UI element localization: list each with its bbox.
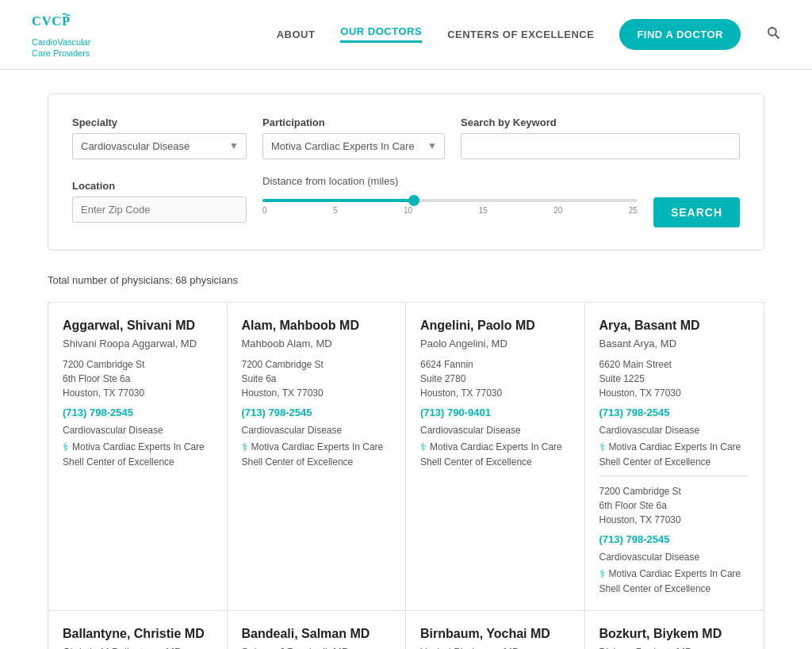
doctor-full-name: Christie M Ballantyne, MD xyxy=(63,646,213,649)
doctor-address: 7200 Cambridge StSuite 6aHouston, TX 770… xyxy=(242,357,392,400)
doctor-address: 6624 FanninSuite 2780Houston, TX 77030 xyxy=(420,357,570,400)
doctor-address: 7200 Cambridge St6th Floor Ste 6aHouston… xyxy=(63,357,213,400)
distance-field: Distance from location (miles) 0 5 10 15… xyxy=(262,175,638,227)
keyword-label: Search by Keyword xyxy=(461,116,740,128)
doctor-phone[interactable]: (713) 798-2545 xyxy=(599,407,750,418)
doctor-second-address: 7200 Cambridge St6th Floor Ste 6aHouston… xyxy=(599,484,750,527)
participation-icon: ⚕ xyxy=(63,441,69,453)
doctor-card: Bozkurt, Biykem MD Biykem Bozkurt, MD 72… xyxy=(585,611,764,649)
location-label: Location xyxy=(72,180,247,192)
participation-icon: ⚕ xyxy=(242,441,248,453)
doctor-specialty: Cardiovascular Disease xyxy=(420,425,570,436)
doctor-second-phone[interactable]: (713) 798-2545 xyxy=(599,533,750,545)
search-panel: Specialty Cardiovascular Disease ▼ Parti… xyxy=(48,94,764,250)
participation-label: Participation xyxy=(262,116,445,128)
zip-input[interactable] xyxy=(72,197,247,223)
search-button[interactable]: SEARCH xyxy=(653,197,740,227)
doctor-full-name: Basant Arya, MD xyxy=(599,338,750,349)
doctor-phone[interactable]: (713) 790-9401 xyxy=(420,407,570,418)
doctor-participation: ⚕ Motiva Cardiac Experts In Care xyxy=(242,441,392,453)
doctor-name: Angelini, Paolo MD xyxy=(420,319,570,333)
search-icon xyxy=(766,25,780,40)
svg-line-2 xyxy=(776,34,779,38)
doctor-second-participation: ⚕ Motiva Cardiac Experts In Care xyxy=(599,567,750,580)
participation-text-2: Motiva Cardiac Experts In Care xyxy=(609,568,741,579)
doctor-name: Alam, Mahboob MD xyxy=(242,319,392,333)
doctor-full-name: Mahboob Alam, MD xyxy=(242,338,392,349)
doctor-name: Birnbaum, Yochai MD xyxy=(420,627,570,641)
keyword-input[interactable] xyxy=(461,133,740,159)
logo: CVCP CardioVascular Care Providers xyxy=(32,10,90,59)
doctor-specialty: Cardiovascular Disease xyxy=(599,425,750,436)
participation-field: Participation Motiva Cardiac Experts In … xyxy=(262,116,445,159)
doctor-card: Arya, Basant MD Basant Arya, MD 6620 Mai… xyxy=(585,303,764,611)
search-icon-button[interactable] xyxy=(766,25,780,44)
doctor-address: 6620 Main StreetSuite 1225Houston, TX 77… xyxy=(599,357,750,400)
participation-icon: ⚕ xyxy=(420,441,427,453)
location-field: Location xyxy=(72,180,247,223)
specialty-label: Specialty xyxy=(72,116,247,128)
logo-text: CardioVascular Care Providers xyxy=(32,36,90,59)
doctor-full-name: Yochai Birnbaum, MD xyxy=(420,646,570,649)
doctor-excellence: Shell Center of Excellence xyxy=(242,456,392,468)
doctor-excellence: Shell Center of Excellence xyxy=(63,456,213,468)
specialty-field: Specialty Cardiovascular Disease ▼ xyxy=(72,116,247,159)
doctor-participation: ⚕ Motiva Cardiac Experts In Care xyxy=(63,441,213,453)
main-nav: ABOUT OUR DOCTORS CENTERS OF EXCELLENCE … xyxy=(277,19,780,50)
svg-text:CVCP: CVCP xyxy=(32,13,71,29)
participation-icon: ⚕ xyxy=(599,441,606,453)
doctor-specialty: Cardiovascular Disease xyxy=(242,425,392,436)
second-location: 7200 Cambridge St6th Floor Ste 6aHouston… xyxy=(599,484,750,527)
participation-text: Motiva Cardiac Experts In Care xyxy=(430,441,562,452)
doctor-card: Birnbaum, Yochai MD Yochai Birnbaum, MD … xyxy=(406,611,585,649)
nav-our-doctors[interactable]: OUR DOCTORS xyxy=(340,25,422,43)
doctor-phone[interactable]: (713) 798-2545 xyxy=(242,407,392,418)
distance-label: Distance from location (miles) xyxy=(262,175,638,187)
doctor-full-name: Shivani Roopa Aggarwal, MD xyxy=(63,338,213,349)
results-section: Total number of physicians: 68 physician… xyxy=(0,274,812,649)
participation-icon-2: ⚕ xyxy=(599,567,606,580)
search-row-2: Location Distance from location (miles) … xyxy=(72,175,740,227)
doctor-full-name: Paolo Angelini, MD xyxy=(420,338,570,349)
doctor-full-name: Biykem Bozkurt, MD xyxy=(599,646,750,649)
doctor-excellence: Shell Center of Excellence xyxy=(420,456,570,468)
search-row-1: Specialty Cardiovascular Disease ▼ Parti… xyxy=(72,116,740,159)
doctor-second-specialty: Cardiovascular Disease xyxy=(599,552,750,563)
doctor-excellence: Shell Center of Excellence xyxy=(599,456,750,468)
specialty-select-wrapper: Cardiovascular Disease ▼ xyxy=(72,133,247,159)
logo-svg: CVCP xyxy=(32,10,79,32)
svg-point-1 xyxy=(768,28,776,36)
doctor-phone[interactable]: (713) 798-2545 xyxy=(63,407,213,418)
doctor-participation: ⚕ Motiva Cardiac Experts In Care xyxy=(420,441,570,453)
keyword-field: Search by Keyword xyxy=(461,116,740,159)
doctor-name: Bozkurt, Biykem MD xyxy=(599,627,750,641)
nav-about[interactable]: ABOUT xyxy=(277,29,316,40)
doctor-card: Alam, Mahboob MD Mahboob Alam, MD 7200 C… xyxy=(228,303,407,611)
results-count: Total number of physicians: 68 physician… xyxy=(48,274,764,286)
range-ticks: 0 5 10 15 20 25 xyxy=(262,206,638,215)
distance-slider-container: 0 5 10 15 20 25 xyxy=(262,192,638,227)
participation-select[interactable]: Motiva Cardiac Experts In Care xyxy=(262,133,445,159)
doctor-second-excellence: Shell Center of Excellence xyxy=(599,583,750,594)
doctor-specialty: Cardiovascular Disease xyxy=(63,425,213,436)
doctor-name: Aggarwal, Shivani MD xyxy=(63,319,213,333)
participation-text: Motiva Cardiac Experts In Care xyxy=(251,441,384,452)
doctor-card: Ballantyne, Christie MD Christie M Balla… xyxy=(48,611,228,649)
doctors-grid: Aggarwal, Shivani MD Shivani Roopa Aggar… xyxy=(48,302,764,649)
doctor-full-name: Salman J Bandeali, MD xyxy=(242,646,392,649)
doctor-card: Bandeali, Salman MD Salman J Bandeali, M… xyxy=(228,611,407,649)
participation-text: Motiva Cardiac Experts In Care xyxy=(72,441,205,452)
find-doctor-button[interactable]: FIND A DOCTOR xyxy=(619,19,741,50)
card-divider xyxy=(599,475,750,476)
doctor-name: Ballantyne, Christie MD xyxy=(63,627,213,641)
logo-icon: CVCP xyxy=(32,10,79,36)
specialty-select[interactable]: Cardiovascular Disease xyxy=(72,133,247,159)
doctor-card: Aggarwal, Shivani MD Shivani Roopa Aggar… xyxy=(48,303,228,611)
participation-text: Motiva Cardiac Experts In Care xyxy=(609,441,741,452)
header: CVCP CardioVascular Care Providers ABOUT… xyxy=(0,0,812,70)
nav-centers-excellence[interactable]: CENTERS OF EXCELLENCE xyxy=(447,29,594,40)
distance-slider[interactable] xyxy=(262,199,638,202)
participation-select-wrapper: Motiva Cardiac Experts In Care ▼ xyxy=(262,133,445,159)
doctor-name: Arya, Basant MD xyxy=(599,319,750,333)
doctor-name: Bandeali, Salman MD xyxy=(242,627,392,641)
